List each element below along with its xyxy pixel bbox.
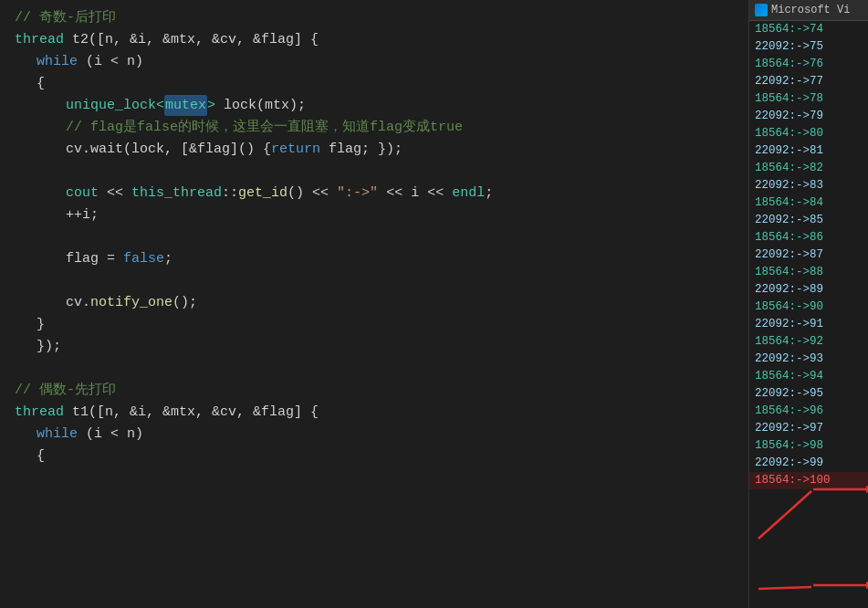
console-line: 18564:->92	[749, 333, 868, 351]
code-line-11	[0, 226, 748, 248]
console-line: 18564:->90	[749, 299, 868, 316]
code-line-5: unique_lock<mutex> lock(mtx);	[0, 95, 748, 117]
code-line-12: flag = false ;	[0, 248, 748, 270]
console-output: 18564:->74 22092:->75 18564:->76 22092:-…	[749, 21, 868, 603]
console-line: 22092:->79	[749, 108, 868, 125]
code-line-19: thread t1([n, &i, &mtx, &cv, &flag] {	[0, 402, 748, 424]
code-line-1: // 奇数-后打印	[0, 7, 748, 29]
code-line-2: thread t2([n, &i, &mtx, &cv, &flag] {	[0, 29, 748, 51]
console-line: 22092:->85	[749, 212, 868, 229]
console-line: 22092:->91	[749, 316, 868, 333]
console-line: 18564:->74	[749, 21, 868, 38]
code-line-17	[0, 358, 748, 380]
code-line-16: });	[0, 336, 748, 358]
kw-thread: thread	[15, 29, 64, 50]
comment-1: // 奇数-后打印	[15, 7, 116, 28]
code-line-7: cv.wait(lock, [&flag]() {return flag; })…	[0, 139, 748, 161]
code-line-18: // 偶数-先打印	[0, 380, 748, 402]
code-line-21: {	[0, 446, 748, 467]
console-line: 22092:->95	[749, 385, 868, 403]
console-line: 18564:->86	[749, 229, 868, 246]
console-line: 22092:->99	[749, 455, 868, 472]
console-line: 18564:->98	[749, 437, 868, 455]
console-line: 22092:->81	[749, 142, 868, 160]
code-line-15: }	[0, 314, 748, 336]
code-line-4: {	[0, 73, 748, 95]
console-line: 22092:->77	[749, 73, 868, 90]
console-line: 22092:->75	[749, 38, 868, 56]
console-line: 18564:->76	[749, 56, 868, 73]
code-line-6: // flag是false的时候，这里会一直阻塞，知道flag变成true	[0, 117, 748, 139]
code-line-10: ++i;	[0, 204, 748, 226]
console-line: 18564:->94	[749, 368, 868, 385]
microsoft-icon	[755, 4, 768, 16]
console-line: 22092:->83	[749, 177, 868, 194]
code-line-14: cv. notify_one ();	[0, 292, 748, 314]
console-line: 18564:->88	[749, 264, 868, 281]
console-line: 22092:->89	[749, 281, 868, 299]
code-line-20: while (i < n)	[0, 424, 748, 446]
console-line: 18564:->82	[749, 160, 868, 177]
console-header: Microsoft Vi	[749, 0, 868, 21]
console-line: 22092:->93	[749, 351, 868, 368]
console-panel: Microsoft Vi 18564:->74 22092:->75 18564…	[748, 0, 868, 608]
code-line-9: cout << this_thread :: get_id () << ":->…	[0, 183, 748, 204]
console-line: 18564:->96	[749, 403, 868, 420]
console-line-last: 18564:->100	[749, 472, 868, 489]
code-line-8	[0, 161, 748, 183]
console-line: 22092:->97	[749, 420, 868, 437]
console-line: 18564:->84	[749, 194, 868, 212]
code-editor: // 奇数-后打印 thread t2([n, &i, &mtx, &cv, &…	[0, 0, 748, 608]
console-line: 18564:->78	[749, 90, 868, 108]
console-line: 18564:->80	[749, 125, 868, 142]
code-line-3: while (i < n)	[0, 51, 748, 73]
console-line: 22092:->87	[749, 246, 868, 264]
code-line-13	[0, 270, 748, 292]
kw-while: while	[37, 51, 78, 72]
console-title: Microsoft Vi	[771, 4, 850, 16]
